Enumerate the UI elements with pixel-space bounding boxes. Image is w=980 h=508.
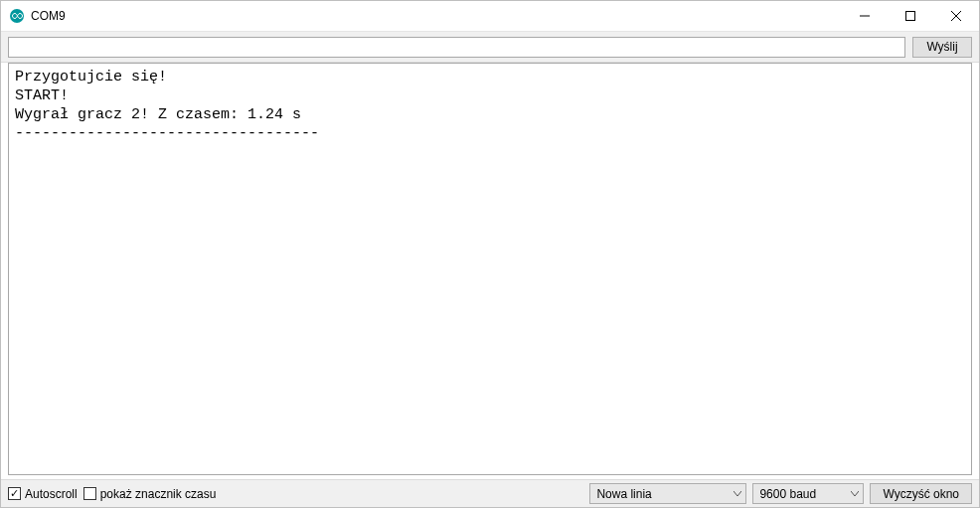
checkbox-box: ✓: [8, 487, 21, 500]
serial-output: Przygotujcie się! START! Wygrał gracz 2!…: [8, 63, 972, 475]
clear-output-button[interactable]: Wyczyść okno: [870, 483, 972, 504]
svg-rect-2: [906, 12, 915, 21]
minimize-button[interactable]: [842, 1, 888, 31]
send-button[interactable]: Wyślij: [912, 37, 972, 58]
maximize-button[interactable]: [888, 1, 933, 31]
chevron-down-icon: [851, 491, 859, 497]
serial-input[interactable]: [8, 37, 905, 58]
chevron-down-icon: [734, 491, 741, 497]
timestamp-checkbox[interactable]: pokaż znacznik czasu: [83, 487, 217, 501]
baud-rate-value: 9600 baud: [759, 487, 816, 501]
serial-monitor-window: COM9 Wyślij Przygotujcie się! START! Wyg…: [0, 0, 980, 508]
line-ending-value: Nowa linia: [596, 487, 651, 501]
window-controls: [842, 1, 979, 31]
checkbox-box: [83, 487, 96, 500]
baud-rate-select[interactable]: 9600 baud: [752, 483, 864, 504]
arduino-icon: [9, 8, 25, 24]
autoscroll-label: Autoscroll: [25, 487, 78, 501]
autoscroll-checkbox[interactable]: ✓ Autoscroll: [8, 487, 78, 501]
send-toolbar: Wyślij: [1, 31, 979, 63]
window-title: COM9: [31, 9, 842, 23]
bottom-bar: ✓ Autoscroll pokaż znacznik czasu Nowa l…: [1, 479, 979, 507]
close-button[interactable]: [933, 1, 979, 31]
timestamp-label: pokaż znacznik czasu: [100, 487, 217, 501]
titlebar: COM9: [1, 1, 979, 31]
line-ending-select[interactable]: Nowa linia: [589, 483, 746, 504]
